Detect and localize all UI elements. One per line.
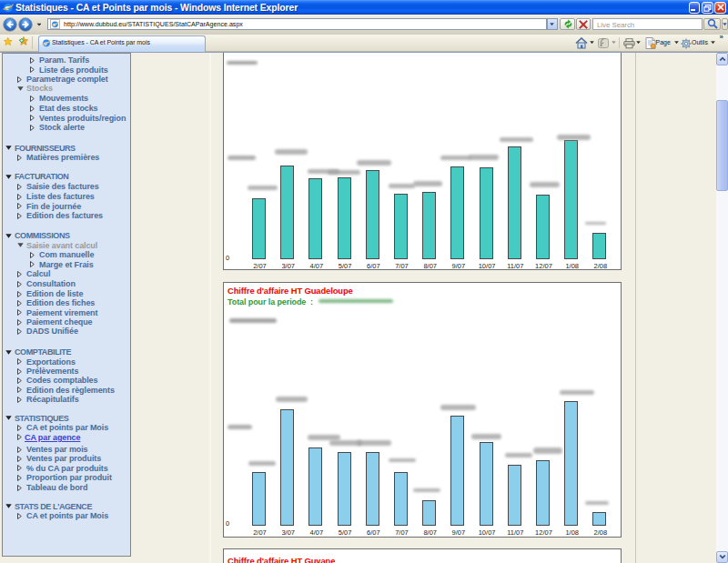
svg-text:e: e	[53, 20, 56, 26]
